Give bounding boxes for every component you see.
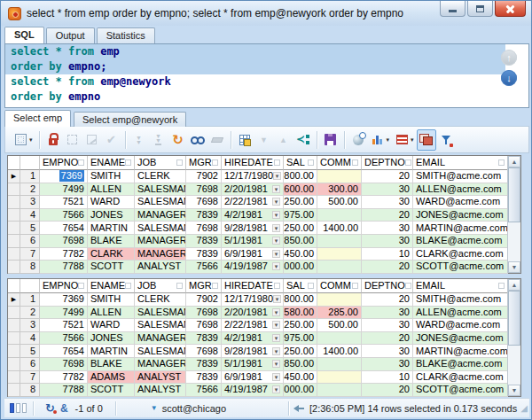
cell-job[interactable]: CLERK [135,170,186,183]
vertical-scrollbar[interactable]: ▲▼ [507,156,520,273]
cell-empno[interactable]: 7782 [40,248,88,261]
date-dropdown-icon[interactable]: ▾ [272,373,280,381]
cell-sal[interactable]: 3000.00 [284,384,317,397]
column-options-box[interactable] [78,159,84,166]
resize-grip[interactable]: ◢ [520,403,528,413]
cell-comm[interactable] [317,261,362,274]
post-changes-button[interactable]: ✔ [102,129,121,151]
row-marker-cell[interactable] [8,384,20,397]
row-number-cell[interactable]: 7 [20,248,40,261]
column-header-hiredate[interactable]: HIREDATE [222,156,284,170]
cell-email[interactable]: JONES@acme.com [413,209,508,222]
cell-job[interactable]: SALESMAN [135,307,186,320]
cell-sal[interactable]: 800.00 [284,170,317,183]
fetch-next-button[interactable] [129,129,149,151]
column-header-hiredate[interactable]: HIREDATE [222,279,284,293]
cell-comm[interactable] [317,371,362,385]
cell-deptno[interactable]: 10 [362,371,413,385]
cell-sal[interactable]: 2975.00 [284,209,317,222]
cell-ename[interactable]: SMITH [88,293,135,307]
date-dropdown-icon[interactable]: ▾ [273,172,281,180]
row-marker-cell[interactable] [8,196,20,209]
cell-comm[interactable] [317,209,362,222]
cell-comm[interactable]: 500.00 [317,196,362,209]
cell-ename[interactable]: CLARK [88,248,135,261]
close-button[interactable] [495,1,526,17]
move-down-button[interactable]: ▼ [254,129,274,151]
column-header-job[interactable]: JOB [135,156,186,170]
move-up-button[interactable]: ▲ [274,129,293,151]
date-dropdown-icon[interactable]: ▾ [272,224,280,232]
cell-email[interactable]: CLARK@acme.com [413,248,508,261]
refresh-status-icon[interactable]: ↻ [45,402,55,415]
cell-email[interactable]: CLARK@acme.com [413,371,508,385]
date-dropdown-icon[interactable]: ▾ [272,334,280,342]
cell-sal[interactable]: 2450.00 [284,371,317,385]
cell-sal[interactable]: 1250.00 [284,222,317,235]
cell-mgr[interactable]: 7566 [186,261,222,274]
column-options-box[interactable] [212,283,218,289]
lock-button[interactable] [43,129,63,151]
cell-hiredate[interactable]: 5/1/1981▾ [222,358,284,371]
row-marker-cell[interactable] [8,248,20,261]
column-options-box[interactable] [78,283,84,289]
cell-sal[interactable]: 1250.00 [284,319,317,332]
date-dropdown-icon[interactable]: ▾ [272,308,280,316]
date-dropdown-icon[interactable]: ▾ [272,262,280,270]
row-number-cell[interactable]: 2 [20,183,40,197]
cell-deptno[interactable]: 30 [362,235,413,248]
scrollbar-down-button[interactable]: ▼ [508,385,520,396]
cell-hiredate[interactable]: 6/9/1981▾ [222,371,284,385]
auto-refresh-button[interactable] [348,129,368,151]
clear-button[interactable] [207,129,227,151]
row-number-cell[interactable]: 5 [20,345,40,358]
column-options-box[interactable] [308,283,314,289]
sql-line[interactable]: select * from emp@newyork [5,74,528,89]
cell-email[interactable]: MARTIN@acme.com [413,345,508,358]
cell-comm[interactable]: 1400.00 [317,222,362,235]
row-marker-cell[interactable] [8,209,20,222]
cell-mgr[interactable]: 7839 [186,209,222,222]
row-number-cell[interactable]: 8 [20,384,40,397]
cell-deptno[interactable]: 20 [362,261,413,274]
row-number-cell[interactable]: 4 [20,332,40,346]
cell-deptno[interactable]: 30 [362,222,413,235]
column-header-empno[interactable]: EMPNO [40,279,88,293]
cell-ename[interactable]: JONES [88,209,135,222]
cell-sal[interactable]: 2850.00 [284,235,317,248]
date-dropdown-icon[interactable]: ▾ [272,385,280,393]
cell-ename[interactable]: MARTIN [88,222,135,235]
row-number-cell[interactable]: 8 [20,261,40,274]
cell-sal[interactable]: 2975.00 [284,332,317,346]
column-options-box[interactable] [212,159,218,166]
cell-mgr[interactable]: 7566 [186,384,222,397]
cell-sal[interactable]: 2450.00 [284,248,317,261]
cell-hiredate[interactable]: 2/20/1981▾ [222,183,284,197]
column-options-box[interactable] [405,159,411,166]
row-number-cell[interactable]: 1 [20,170,40,183]
cell-email[interactable]: WARD@acme.com [413,319,508,332]
cell-mgr[interactable]: 7902 [186,293,222,307]
tab-select-emp[interactable]: Select emp [4,110,71,127]
cell-job[interactable]: MANAGER [135,209,186,222]
row-number-cell[interactable]: 6 [20,358,40,371]
cell-ename[interactable]: ALLEN [88,307,135,320]
fetch-all-button[interactable] [149,129,168,151]
edit-record-button[interactable] [82,129,102,151]
cell-comm[interactable] [317,358,362,371]
column-options-box[interactable] [274,283,280,289]
cell-email[interactable]: BLAKE@acme.com [413,358,508,371]
row-marker-cell[interactable] [8,319,20,332]
row-marker-cell[interactable]: ▶ [8,293,20,307]
column-header-deptno[interactable]: DEPTNO [362,279,413,293]
cell-sal[interactable]: 1250.00 [284,196,317,209]
column-header-email[interactable]: EMAIL [413,156,508,170]
column-options-box[interactable] [308,159,314,166]
column-options-box[interactable] [176,283,183,289]
cell-hiredate[interactable]: 9/28/1981▾ [222,345,284,358]
cell-deptno[interactable]: 30 [362,319,413,332]
cell-mgr[interactable]: 7698 [186,319,222,332]
cell-job[interactable]: SALESMAN [135,345,186,358]
connection-caret-icon[interactable]: ▼ [151,404,158,412]
column-header-comm[interactable]: COMM [317,279,362,293]
